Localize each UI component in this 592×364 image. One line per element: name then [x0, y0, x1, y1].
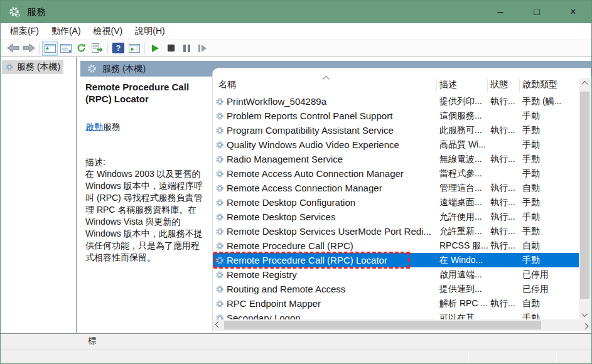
service-gear-icon: [215, 213, 224, 222]
service-gear-icon: [215, 270, 224, 279]
start-service-button[interactable]: [148, 41, 163, 56]
service-startup-type: 自動: [522, 238, 540, 253]
horizontal-scroll-thumb[interactable]: [224, 321, 541, 329]
table-row[interactable]: Routing and Remote Access 提供連到... 已停用: [213, 282, 579, 296]
menu-help[interactable]: 說明(H): [129, 24, 171, 39]
table-row[interactable]: Quality Windows Audio Video Experience 高…: [213, 137, 579, 152]
properties-button[interactable]: [58, 41, 73, 56]
vertical-scrollbar[interactable]: [579, 78, 591, 320]
service-description: 可以在其...: [439, 311, 482, 320]
service-status: 執行...: [490, 224, 515, 238]
service-list-panel: 名稱 描述 狀態 啟動類型 PrintWorkflow_504289a 提供列印…: [212, 68, 591, 333]
start-service-link[interactable]: 啟動: [85, 122, 103, 132]
service-status: 執行...: [490, 181, 515, 195]
service-startup-type: 手動 (觸...: [522, 94, 561, 109]
service-description: 允許重新...: [439, 224, 482, 238]
start-service-suffix: 服務: [103, 122, 121, 132]
service-gear-icon: [215, 141, 224, 149]
table-row[interactable]: Remote Access Connection Manager 管理這台...…: [213, 181, 579, 195]
table-row[interactable]: Program Compatibility Assistant Service …: [213, 123, 579, 137]
service-gear-icon: [215, 155, 224, 164]
table-row[interactable]: Remote Access Auto Connection Manager 當程…: [213, 166, 579, 181]
maximize-button[interactable]: □: [519, 1, 555, 23]
scroll-right-button[interactable]: [580, 319, 591, 331]
view-tabs-strip: 延伸 標準: [1, 334, 591, 350]
service-name: Secondary Logon: [227, 311, 301, 320]
service-gear-icon: [215, 97, 224, 106]
menu-action[interactable]: 動作(A): [45, 24, 87, 39]
table-row[interactable]: Remote Desktop Services 允許使用... 執行... 手動: [213, 210, 579, 224]
services-gear-icon: [9, 6, 21, 18]
service-description: 在 Windo...: [439, 253, 483, 267]
service-startup-type: 手動: [522, 253, 540, 267]
start-service-line: 啟動服務: [85, 122, 207, 133]
scroll-up-button[interactable]: [579, 78, 591, 88]
vertical-scroll-thumb[interactable]: [580, 92, 589, 299]
forward-button[interactable]: [21, 41, 36, 56]
service-name: Remote Desktop Services UserMode Port Re…: [227, 224, 431, 238]
panel-header-title: 服務 (本機): [102, 63, 146, 75]
service-description: 當程式參...: [439, 166, 482, 181]
service-description: 這個服務...: [439, 109, 482, 123]
close-button[interactable]: ×: [555, 1, 591, 23]
service-description: 高品質 Wi...: [439, 137, 486, 152]
menu-file[interactable]: 檔案(F): [4, 24, 45, 39]
service-description: 管理這台...: [439, 181, 482, 195]
service-startup-type: 已停用: [522, 267, 549, 282]
table-row[interactable]: Secondary Logon 可以在其... 手動: [213, 311, 579, 320]
minimize-button[interactable]: –: [482, 1, 519, 23]
restart-service-button[interactable]: [195, 41, 210, 56]
service-status: 執行...: [490, 94, 515, 109]
service-gear-icon: [215, 184, 224, 193]
service-description: 遠端桌面...: [439, 195, 482, 210]
show-console-tree-button[interactable]: [42, 41, 58, 56]
export-list-icon: [92, 43, 103, 53]
scroll-down-button[interactable]: [579, 309, 591, 320]
table-row[interactable]: Radio Management Service 無線電波... 執行... 手…: [213, 152, 579, 166]
service-description: 提供連到...: [439, 282, 482, 296]
toolbar-separator: [144, 43, 145, 54]
tree-item-services-local[interactable]: 服務 (本機): [2, 60, 63, 74]
table-row[interactable]: Remote Registry 啟用遠端... 已停用: [213, 267, 579, 282]
table-row[interactable]: Remote Desktop Services UserMode Port Re…: [213, 224, 579, 238]
service-gear-icon: [215, 242, 224, 250]
column-header-startup-type[interactable]: 啟動類型: [522, 79, 557, 90]
table-row[interactable]: RPC Endpoint Mapper 解析 RPC ... 執行... 自動: [213, 296, 579, 311]
content-area: 服務 (本機) Remote Procedure Call (RPC) Loca…: [77, 57, 591, 334]
service-status: 執行...: [490, 152, 515, 166]
service-name: Remote Desktop Services: [227, 210, 335, 224]
refresh-button[interactable]: [73, 41, 89, 56]
properties-icon: [60, 44, 72, 53]
service-name: PrintWorkflow_504289a: [227, 94, 326, 109]
action-pane-icon: [129, 44, 140, 53]
back-button[interactable]: [5, 41, 21, 56]
stop-service-button[interactable]: [163, 41, 179, 56]
menu-view[interactable]: 檢視(V): [87, 24, 129, 39]
column-divider[interactable]: [519, 79, 520, 92]
menu-bar: 檔案(F) 動作(A) 檢視(V) 說明(H): [1, 23, 591, 40]
help-button[interactable]: ?: [110, 41, 126, 56]
horizontal-scrollbar[interactable]: [213, 319, 591, 331]
column-divider[interactable]: [436, 79, 437, 92]
service-status: 執行...: [490, 296, 515, 311]
service-startup-type: 手動: [522, 123, 540, 137]
table-row[interactable]: Remote Procedure Call (RPC) RPCSS 服... 執…: [213, 238, 579, 253]
column-header-status[interactable]: 狀態: [490, 79, 508, 90]
show-action-pane-button[interactable]: [126, 41, 142, 56]
export-list-button[interactable]: [89, 41, 105, 56]
title-bar: 服務 – □ ×: [1, 1, 591, 23]
column-header-description[interactable]: 描述: [439, 79, 457, 90]
table-row[interactable]: Problem Reports Control Panel Support 這個…: [213, 109, 579, 123]
service-gear-icon: [215, 285, 224, 294]
column-divider[interactable]: [487, 79, 488, 92]
table-row[interactable]: PrintWorkflow_504289a 提供列印... 執行... 手動 (…: [213, 94, 579, 109]
service-startup-type: 手動: [522, 224, 540, 238]
service-gear-icon: [5, 63, 14, 72]
column-header-name[interactable]: 名稱: [218, 79, 236, 90]
scroll-left-button[interactable]: [213, 319, 223, 331]
pause-service-button[interactable]: [179, 41, 195, 56]
table-row[interactable]: Remote Procedure Call (RPC) Locator 在 Wi…: [213, 253, 579, 267]
console-tree-panel: 服務 (本機): [1, 57, 77, 334]
service-gear-icon: [215, 256, 224, 265]
table-row[interactable]: Remote Desktop Configuration 遠端桌面... 執行.…: [213, 195, 579, 210]
